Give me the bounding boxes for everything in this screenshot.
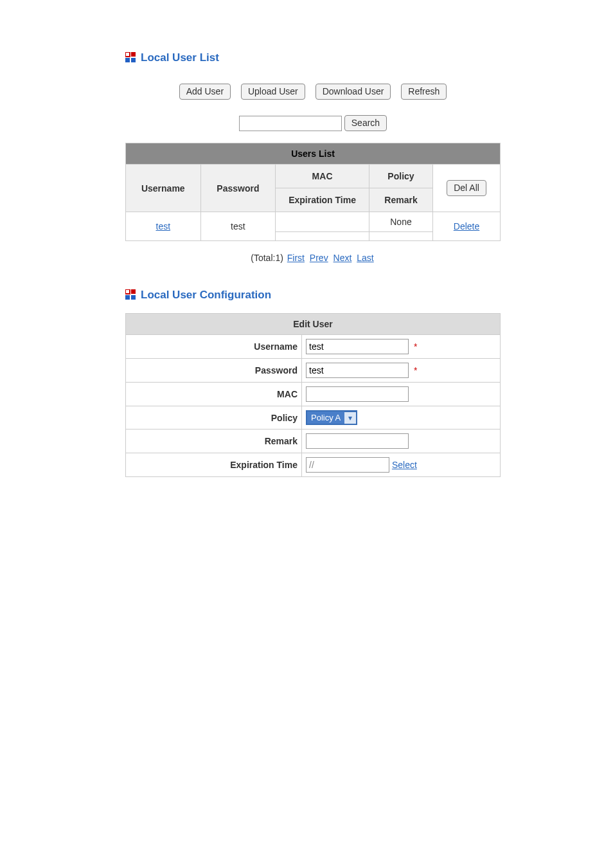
- download-user-button[interactable]: Download User: [315, 84, 391, 100]
- svg-rect-3: [131, 58, 136, 62]
- add-user-button[interactable]: Add User: [179, 84, 231, 100]
- mac-field[interactable]: [306, 386, 409, 402]
- label-mac: MAC: [126, 383, 302, 406]
- svg-rect-4: [125, 289, 130, 294]
- pager-first[interactable]: First: [287, 253, 305, 263]
- label-expiration: Expiration Time: [126, 453, 302, 477]
- remark-field[interactable]: [306, 433, 409, 449]
- policy-select[interactable]: Policy A ▾: [306, 410, 357, 425]
- select-link[interactable]: Select: [392, 460, 417, 470]
- col-expiration: Expiration Time: [276, 188, 369, 212]
- svg-rect-2: [125, 58, 130, 62]
- expiration-cell: [276, 232, 369, 241]
- section-icon: [125, 52, 136, 64]
- delete-link[interactable]: Delete: [454, 221, 479, 231]
- table-row: test test None Delete: [126, 212, 501, 232]
- label-policy: Policy: [126, 406, 302, 429]
- del-all-button[interactable]: Del All: [447, 180, 486, 196]
- pager-next[interactable]: Next: [333, 253, 352, 263]
- remark-cell: [369, 232, 432, 241]
- svg-rect-1: [131, 52, 136, 57]
- col-username: Username: [126, 165, 201, 212]
- col-remark: Remark: [369, 188, 432, 212]
- policy-select-value: Policy A: [307, 411, 344, 424]
- edit-user-caption: Edit User: [126, 314, 501, 335]
- col-mac: MAC: [276, 165, 369, 188]
- password-cell: test: [200, 212, 276, 241]
- local-user-config-title: Local User Configuration: [141, 289, 271, 302]
- svg-rect-6: [125, 295, 130, 300]
- search-button[interactable]: Search: [344, 115, 387, 131]
- local-user-list-title: Local User List: [141, 51, 219, 64]
- pager-last[interactable]: Last: [357, 253, 373, 263]
- expiration-field[interactable]: [306, 457, 389, 473]
- required-mark: *: [414, 365, 417, 375]
- section-icon: [125, 289, 136, 302]
- chevron-down-icon: ▾: [344, 412, 356, 424]
- refresh-button[interactable]: Refresh: [401, 84, 447, 100]
- svg-rect-7: [131, 295, 136, 300]
- policy-cell: None: [369, 212, 432, 232]
- mac-cell: [276, 212, 369, 232]
- required-mark: *: [414, 341, 417, 352]
- username-link[interactable]: test: [156, 221, 171, 231]
- svg-rect-5: [131, 289, 136, 294]
- svg-rect-0: [125, 52, 130, 57]
- label-username: Username: [126, 335, 302, 359]
- col-password: Password: [200, 165, 276, 212]
- col-policy: Policy: [369, 165, 432, 188]
- search-input[interactable]: [239, 116, 342, 131]
- upload-user-button[interactable]: Upload User: [241, 84, 305, 100]
- username-field[interactable]: [306, 339, 409, 354]
- pager-total: (Total:1): [251, 253, 283, 263]
- label-remark: Remark: [126, 429, 302, 453]
- users-list-caption: Users List: [126, 143, 501, 165]
- pager-prev[interactable]: Prev: [310, 253, 328, 263]
- password-field[interactable]: [306, 363, 409, 378]
- label-password: Password: [126, 359, 302, 383]
